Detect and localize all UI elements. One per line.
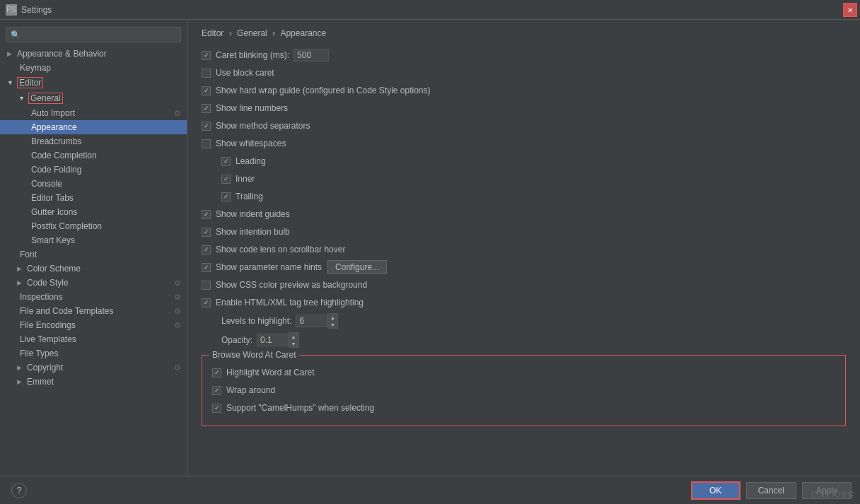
show-whitespaces-label: Show whitespaces: [216, 139, 286, 148]
sidebar-item-label: Keymap: [20, 63, 51, 73]
sidebar-item-keymap[interactable]: Keymap: [0, 61, 187, 75]
breadcrumb-part1: Editor: [202, 28, 223, 38]
sidebar-item-label: Gutter Icons: [31, 207, 77, 217]
sidebar-item-label: File Encodings: [20, 320, 76, 330]
caret-blinking-checkbox[interactable]: [202, 51, 211, 60]
search-icon: 🔍: [11, 30, 21, 40]
gear-icon: ⚙: [174, 307, 181, 316]
caret-blinking-input[interactable]: [294, 49, 329, 61]
sidebar-item-label: Smart Keys: [31, 235, 75, 245]
breadcrumb-part2: General: [237, 28, 267, 38]
levels-input[interactable]: [296, 315, 327, 327]
show-param-hints-checkbox[interactable]: [202, 263, 211, 272]
sidebar-item-smart-keys[interactable]: Smart Keys: [0, 233, 187, 247]
search-input[interactable]: [23, 30, 176, 40]
trailing-row: Trailing: [202, 189, 846, 204]
sidebar-item-font[interactable]: Font: [0, 247, 187, 262]
sidebar-item-editor[interactable]: ▼ Editor: [0, 75, 187, 90]
highlight-word-row: Highlight Word at Caret: [212, 365, 835, 380]
show-whitespaces-checkbox[interactable]: [202, 139, 211, 148]
sidebar-item-label: Postfix Completion: [31, 221, 102, 231]
camel-humps-checkbox[interactable]: [212, 404, 221, 413]
sidebar-item-copyright[interactable]: ▶ Copyright ⚙: [0, 361, 187, 375]
show-css-color-checkbox[interactable]: [202, 281, 211, 290]
sidebar-item-code-completion[interactable]: Code Completion: [0, 148, 187, 163]
show-indent-guides-checkbox[interactable]: [202, 210, 211, 219]
show-param-hints-label: Show parameter name hints: [216, 262, 322, 272]
opacity-down-btn[interactable]: ▼: [289, 340, 298, 347]
sidebar-item-label: Console: [31, 179, 62, 189]
show-method-separators-label: Show method separators: [216, 121, 310, 131]
wrap-around-row: Wrap around: [212, 383, 835, 397]
use-block-caret-checkbox[interactable]: [202, 69, 211, 78]
sidebar-item-auto-import[interactable]: Auto Import ⚙: [0, 106, 187, 120]
opacity-input[interactable]: [257, 334, 289, 346]
sidebar-item-console[interactable]: Console: [0, 177, 187, 191]
group-box-title: Browse Word At Caret: [209, 350, 299, 360]
inner-row: Inner: [202, 172, 846, 186]
configure-button[interactable]: Configure...: [327, 260, 387, 274]
sidebar-item-inspections[interactable]: Inspections ⚙: [0, 290, 187, 304]
sidebar-item-gutter-icons[interactable]: Gutter Icons: [0, 205, 187, 219]
show-line-numbers-checkbox[interactable]: [202, 104, 211, 113]
cancel-button[interactable]: Cancel: [746, 482, 796, 499]
sidebar-item-color-scheme[interactable]: ▶ Color Scheme: [0, 262, 187, 276]
inner-label: Inner: [236, 174, 255, 184]
levels-up-btn[interactable]: ▲: [327, 314, 337, 321]
highlight-word-label: Highlight Word at Caret: [226, 368, 315, 377]
sidebar-item-label: Font: [20, 250, 37, 259]
watermark: @51CTO博客: [810, 490, 854, 500]
wrap-around-checkbox[interactable]: [212, 386, 221, 395]
highlight-word-checkbox[interactable]: [212, 368, 221, 377]
show-intention-bulb-label: Show intention bulb: [216, 227, 290, 237]
opacity-spinner: ▲ ▼: [257, 332, 299, 348]
app-icon: PS: [6, 4, 17, 16]
leading-checkbox[interactable]: [221, 157, 231, 166]
sidebar-item-label: Code Folding: [31, 165, 81, 175]
enable-html-xml-checkbox[interactable]: [202, 298, 211, 307]
sidebar-item-editor-tabs[interactable]: Editor Tabs: [0, 191, 187, 205]
show-hard-wrap-checkbox[interactable]: [202, 86, 211, 95]
sidebar-item-file-code-templates[interactable]: File and Code Templates ⚙: [0, 304, 187, 318]
sidebar-item-code-folding[interactable]: Code Folding: [0, 163, 187, 177]
sidebar-item-appearance-behavior[interactable]: ▶ Appearance & Behavior: [0, 47, 187, 61]
help-button[interactable]: ?: [11, 483, 27, 498]
breadcrumb: Editor › General › Appearance: [202, 28, 846, 38]
wrap-around-label: Wrap around: [226, 385, 275, 395]
sidebar-item-label: File and Code Templates: [20, 306, 114, 316]
ok-button[interactable]: OK: [691, 481, 740, 500]
levels-highlight-row: Levels to highlight: ▲ ▼: [202, 313, 846, 329]
caret-blinking-row: Caret blinking (ms):: [202, 48, 846, 62]
sidebar-item-emmet[interactable]: ▶ Emmet: [0, 375, 187, 389]
close-button[interactable]: ✕: [843, 3, 857, 17]
gear-icon: ⚙: [174, 279, 181, 288]
trailing-checkbox[interactable]: [221, 192, 231, 201]
gear-icon: ⚙: [174, 109, 181, 118]
show-indent-guides-row: Show indent guides: [202, 207, 846, 221]
inner-checkbox[interactable]: [221, 175, 231, 184]
show-line-numbers-row: Show line numbers: [202, 101, 846, 115]
sidebar-item-general[interactable]: ▼ General: [0, 90, 187, 106]
sidebar-item-live-templates[interactable]: Live Templates: [0, 332, 187, 346]
levels-down-btn[interactable]: ▼: [327, 321, 337, 328]
show-line-numbers-label: Show line numbers: [216, 103, 288, 113]
sidebar-item-breadcrumbs[interactable]: Breadcrumbs: [0, 134, 187, 148]
levels-spinner: ▲ ▼: [296, 313, 338, 329]
title-bar: PS Settings ✕: [0, 0, 860, 20]
sidebar-item-file-types[interactable]: File Types: [0, 346, 187, 361]
sidebar: 🔍 ▶ Appearance & Behavior Keymap ▼ Edito…: [0, 20, 187, 476]
show-intention-bulb-checkbox[interactable]: [202, 228, 211, 237]
opacity-up-btn[interactable]: ▲: [289, 333, 298, 340]
arrow-icon: ▶: [17, 378, 24, 385]
sidebar-item-label: Code Completion: [31, 151, 97, 160]
sidebar-item-postfix-completion[interactable]: Postfix Completion: [0, 219, 187, 233]
show-method-separators-checkbox[interactable]: [202, 122, 211, 131]
arrow-icon: ▶: [7, 50, 14, 57]
sidebar-item-file-encodings[interactable]: File Encodings ⚙: [0, 318, 187, 332]
sidebar-item-code-style[interactable]: ▶ Code Style ⚙: [0, 276, 187, 290]
sidebar-item-appearance[interactable]: Appearance: [0, 120, 187, 134]
show-method-separators-row: Show method separators: [202, 119, 846, 133]
show-intention-bulb-row: Show intention bulb: [202, 225, 846, 239]
show-code-lens-checkbox[interactable]: [202, 245, 211, 254]
show-code-lens-label: Show code lens on scrollbar hover: [216, 245, 345, 254]
